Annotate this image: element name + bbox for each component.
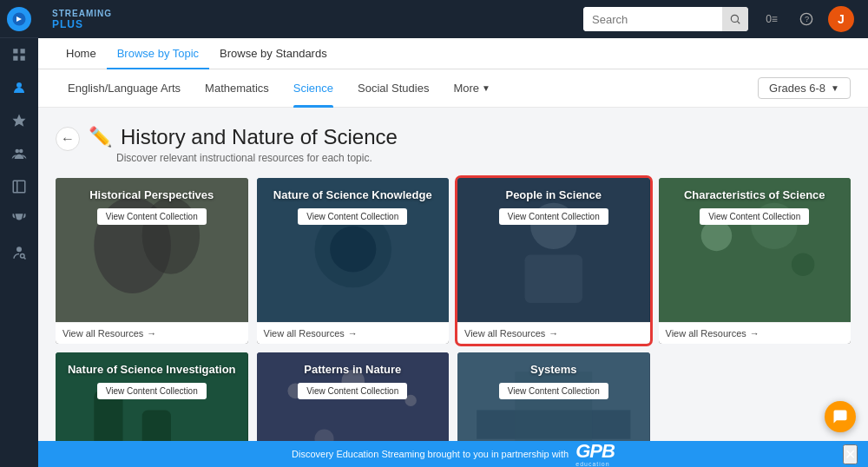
svg-marker-6 — [13, 115, 26, 127]
card-title-characteristics-of-science: Characteristics of Science — [684, 188, 825, 201]
nav-browse-standards[interactable]: Browse by Standards — [209, 38, 338, 69]
score-icon[interactable]: 0≡ — [759, 6, 785, 32]
more-chevron-icon: ▼ — [482, 83, 490, 93]
card-content-nature-of-science-knowledge: Nature of Science Knowledge View Content… — [257, 178, 450, 322]
topic-card-systems[interactable]: Systems View Content Collection View all… — [457, 352, 650, 441]
search-button[interactable] — [722, 7, 748, 31]
card-content-nature-of-science-investigation: Nature of Science Investigation View Con… — [56, 352, 248, 441]
bottom-bar-close-button[interactable]: ✕ — [843, 444, 858, 464]
sidebar-item-star[interactable] — [0, 104, 38, 137]
sidebar — [0, 0, 38, 467]
svg-rect-2 — [21, 49, 25, 53]
brand: STREAMING PLUS — [52, 9, 112, 30]
subject-bar: English/Language Arts Mathematics Scienc… — [38, 69, 868, 108]
arrow-icon-people-in-science: → — [549, 328, 558, 339]
topbar-actions: 0≡ ? J — [759, 6, 854, 32]
svg-text:?: ? — [805, 15, 809, 23]
card-inner-characteristics-of-science: Characteristics of Science View Content … — [659, 178, 852, 322]
card-inner-nature-of-science-investigation: Nature of Science Investigation View Con… — [56, 352, 248, 441]
topic-card-characteristics-of-science[interactable]: Characteristics of Science View Content … — [659, 178, 852, 344]
search-input[interactable] — [583, 7, 722, 31]
svg-rect-9 — [13, 181, 25, 193]
view-all-characteristics-of-science[interactable]: View all Resources → — [659, 322, 852, 344]
topic-card-patterns-in-nature[interactable]: Patterns in Nature View Content Collecti… — [257, 352, 450, 441]
svg-rect-1 — [13, 49, 17, 53]
subject-more[interactable]: More ▼ — [441, 69, 503, 108]
svg-point-8 — [19, 149, 23, 154]
back-button[interactable]: ← — [56, 127, 80, 151]
view-all-historical-perspectives[interactable]: View all Resources → — [56, 322, 248, 344]
view-all-people-in-science[interactable]: View all Resources → — [457, 322, 650, 344]
topic-card-nature-of-science-knowledge[interactable]: Nature of Science Knowledge View Content… — [257, 178, 450, 344]
search-bar[interactable] — [583, 7, 748, 31]
card-content-systems: Systems View Content Collection — [457, 352, 650, 441]
main-content: ← ✏️ History and Nature of Science Disco… — [38, 108, 868, 441]
card-inner-nature-of-science-knowledge: Nature of Science Knowledge View Content… — [257, 178, 450, 322]
card-content-characteristics-of-science: Characteristics of Science View Content … — [659, 178, 852, 322]
card-title-nature-of-science-knowledge: Nature of Science Knowledge — [273, 188, 432, 201]
svg-point-7 — [16, 149, 20, 154]
card-btn-characteristics-of-science[interactable]: View Content Collection — [700, 208, 809, 225]
card-btn-systems[interactable]: View Content Collection — [499, 383, 608, 399]
card-title-people-in-science: People in Science — [505, 188, 602, 201]
svg-point-13 — [16, 247, 22, 252]
card-content-people-in-science: People in Science View Content Collectio… — [457, 178, 650, 322]
card-btn-historical-perspectives[interactable]: View Content Collection — [97, 208, 207, 225]
card-title-systems: Systems — [530, 363, 576, 376]
gpb-education-text: education — [575, 461, 609, 467]
arrow-icon-historical-perspectives: → — [147, 328, 156, 339]
grades-chevron-icon: ▼ — [831, 83, 839, 93]
chat-bubble[interactable] — [825, 401, 856, 432]
card-inner-people-in-science: People in Science View Content Collectio… — [457, 178, 650, 322]
help-icon[interactable]: ? — [793, 6, 819, 32]
nav-browse-topic[interactable]: Browse by Topic — [107, 38, 209, 69]
logo-circle — [7, 7, 31, 31]
navbar: Home Browse by Topic Browse by Standards — [38, 38, 868, 69]
sidebar-item-book[interactable] — [0, 170, 38, 203]
subject-math[interactable]: Mathematics — [193, 69, 281, 108]
sidebar-item-group[interactable] — [0, 137, 38, 170]
svg-point-14 — [21, 254, 25, 259]
sidebar-item-trophy[interactable] — [0, 203, 38, 236]
svg-point-5 — [16, 82, 22, 88]
subject-ela[interactable]: English/Language Arts — [56, 69, 193, 108]
arrow-icon-characteristics-of-science: → — [750, 328, 760, 339]
bottom-bar-text: Discovery Education Streaming brought to… — [292, 449, 569, 459]
card-btn-patterns-in-nature[interactable]: View Content Collection — [298, 383, 407, 399]
card-inner-historical-perspectives: Historical Perspectives View Content Col… — [56, 178, 248, 322]
card-content-historical-perspectives: Historical Perspectives View Content Col… — [56, 178, 248, 322]
sidebar-logo[interactable] — [0, 0, 38, 38]
card-inner-patterns-in-nature: Patterns in Nature View Content Collecti… — [257, 352, 450, 441]
svg-line-17 — [737, 21, 740, 23]
card-title-historical-perspectives: Historical Perspectives — [89, 188, 214, 201]
topic-grid: Historical Perspectives View Content Col… — [56, 178, 851, 441]
card-btn-nature-of-science-knowledge[interactable]: View Content Collection — [298, 208, 407, 225]
card-btn-people-in-science[interactable]: View Content Collection — [499, 208, 608, 225]
arrow-icon-nature-of-science-knowledge: → — [348, 328, 358, 339]
topbar: STREAMING PLUS 0≡ ? J — [38, 0, 868, 38]
topic-card-historical-perspectives[interactable]: Historical Perspectives View Content Col… — [56, 178, 248, 344]
sidebar-item-profile2[interactable] — [0, 236, 38, 269]
grades-filter[interactable]: Grades 6-8 ▼ — [758, 77, 851, 99]
brand-top: STREAMING — [52, 9, 112, 18]
svg-line-15 — [24, 258, 26, 260]
topic-card-nature-of-science-investigation[interactable]: Nature of Science Investigation View Con… — [56, 352, 248, 441]
sidebar-item-person[interactable] — [0, 71, 38, 104]
page-title-area: ✏️ History and Nature of Science Discove… — [89, 125, 398, 164]
sidebar-item-grid[interactable] — [0, 38, 38, 71]
page-subtitle: Discover relevant instructional resource… — [116, 152, 398, 164]
user-avatar[interactable]: J — [828, 6, 854, 32]
page-icon: ✏️ — [89, 126, 112, 148]
subject-science[interactable]: Science — [281, 69, 345, 108]
bottom-bar: Discovery Education Streaming brought to… — [38, 441, 868, 467]
subject-social-studies[interactable]: Social Studies — [345, 69, 441, 108]
card-btn-nature-of-science-investigation[interactable]: View Content Collection — [97, 383, 207, 399]
svg-rect-3 — [13, 56, 17, 61]
card-title-nature-of-science-investigation: Nature of Science Investigation — [68, 363, 236, 376]
page-title: History and Nature of Science — [121, 125, 398, 149]
topic-card-people-in-science[interactable]: People in Science View Content Collectio… — [457, 178, 650, 344]
nav-home[interactable]: Home — [56, 38, 107, 69]
card-content-patterns-in-nature: Patterns in Nature View Content Collecti… — [257, 352, 450, 441]
view-all-nature-of-science-knowledge[interactable]: View all Resources → — [257, 322, 450, 344]
brand-bottom: PLUS — [52, 18, 112, 30]
